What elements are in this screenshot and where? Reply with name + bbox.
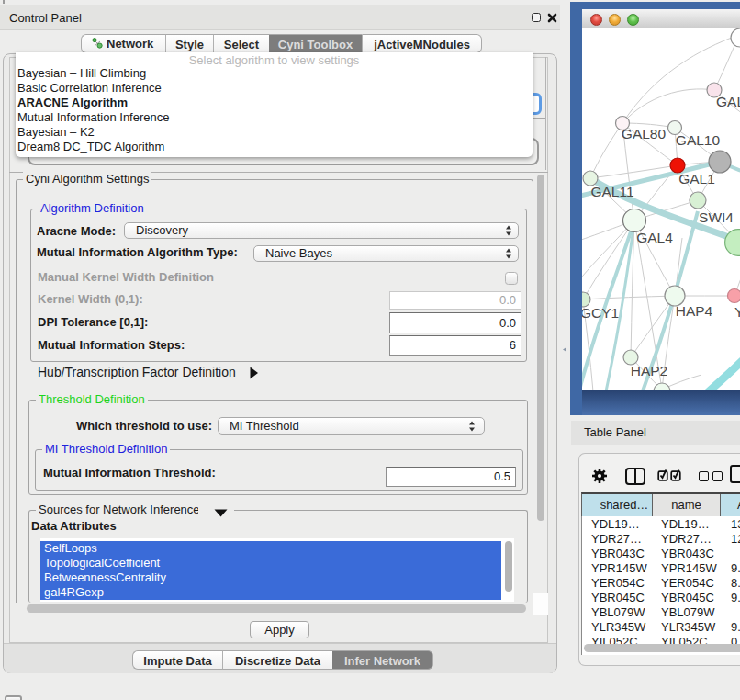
svg-text:GAL7: GAL7 — [716, 94, 740, 109]
svg-text:HAP4: HAP4 — [676, 303, 713, 319]
svg-text:GAL10: GAL10 — [676, 132, 721, 148]
svg-text:HAP2: HAP2 — [631, 363, 668, 378]
svg-text:GAL1: GAL1 — [678, 171, 715, 186]
svg-text:GAL80: GAL80 — [622, 126, 667, 141]
svg-text:SWI4: SWI4 — [699, 209, 734, 225]
svg-text:GAL4: GAL4 — [636, 230, 673, 245]
svg-text:GCY1: GCY1 — [582, 305, 619, 321]
svg-text:YEL: YEL — [734, 304, 740, 320]
svg-text:GAL11: GAL11 — [590, 184, 633, 199]
